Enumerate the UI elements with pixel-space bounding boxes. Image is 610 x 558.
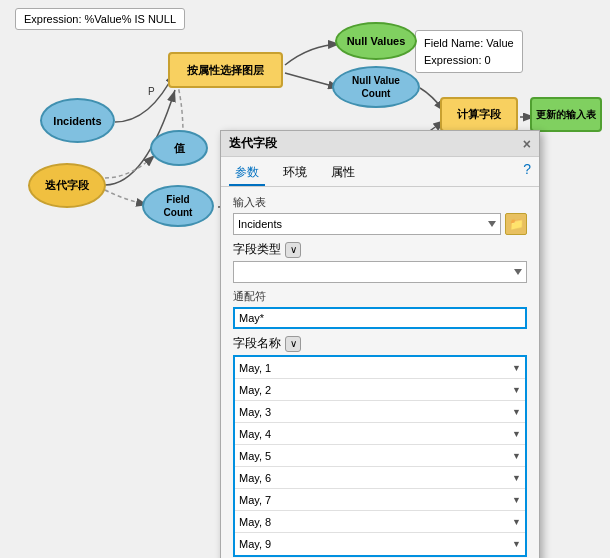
svg-text:P: P <box>148 86 155 97</box>
list-item[interactable]: May, 4 ▼ <box>235 423 525 445</box>
list-arrow-4: ▼ <box>512 451 521 461</box>
input-table-row: Incidents 📁 <box>233 213 527 235</box>
field-name-label-row: 字段名称 ∨ <box>233 335 527 352</box>
dialog-close-button[interactable]: × <box>523 136 531 152</box>
input-table-label: 输入表 <box>233 195 527 210</box>
field-tooltip-line1: Field Name: Value <box>424 35 514 52</box>
node-update-table[interactable]: 更新的输入表 <box>530 97 602 132</box>
node-field-count[interactable]: Field Count <box>142 185 214 227</box>
field-type-expand[interactable]: ∨ <box>285 242 301 258</box>
dialog-overlay: 迭代字段 × 参数 环境 属性 ? 输入表 Incidents 📁 字段类型 ∨… <box>220 130 540 558</box>
input-table-select[interactable]: Incidents <box>233 213 501 235</box>
list-arrow-7: ▼ <box>512 517 521 527</box>
list-item[interactable]: May, 1 ▼ <box>235 357 525 379</box>
node-null-value-count[interactable]: Null Value Count <box>332 66 420 108</box>
list-arrow-8: ▼ <box>512 539 521 549</box>
node-select-layer[interactable]: 按属性选择图层 <box>168 52 283 88</box>
node-value[interactable]: 值 <box>150 130 208 166</box>
dialog-body: 输入表 Incidents 📁 字段类型 ∨ 通配符 字段名称 ∨ <box>221 187 539 558</box>
node-null-values[interactable]: Null Values <box>335 22 417 60</box>
field-type-label-row: 字段类型 ∨ <box>233 241 527 258</box>
field-type-label: 字段类型 <box>233 241 281 258</box>
field-tooltip: Field Name: Value Expression: 0 <box>415 30 523 73</box>
list-item[interactable]: May, 7 ▼ <box>235 489 525 511</box>
tab-env[interactable]: 环境 <box>277 161 313 186</box>
field-list: May, 1 ▼ May, 2 ▼ May, 3 ▼ May, 4 ▼ May,… <box>233 355 527 557</box>
expression-text: Expression: %Value% IS NULL <box>24 13 176 25</box>
list-arrow-5: ▼ <box>512 473 521 483</box>
dialog-tabs: 参数 环境 属性 ? <box>221 157 539 187</box>
field-name-expand[interactable]: ∨ <box>285 336 301 352</box>
list-arrow-2: ▼ <box>512 407 521 417</box>
dialog-title-bar: 迭代字段 × <box>221 131 539 157</box>
list-item[interactable]: May, 9 ▼ <box>235 533 525 555</box>
list-item[interactable]: May, 6 ▼ <box>235 467 525 489</box>
list-arrow-6: ▼ <box>512 495 521 505</box>
expression-tooltip: Expression: %Value% IS NULL <box>15 8 185 30</box>
wildcard-input[interactable] <box>233 307 527 329</box>
node-calc-field[interactable]: 计算字段 <box>440 97 518 132</box>
node-incidents[interactable]: Incidents <box>40 98 115 143</box>
help-icon[interactable]: ? <box>523 161 531 186</box>
tab-params[interactable]: 参数 <box>229 161 265 186</box>
wildcard-row <box>233 307 527 329</box>
list-item[interactable]: May, 5 ▼ <box>235 445 525 467</box>
tab-props[interactable]: 属性 <box>325 161 361 186</box>
field-name-label: 字段名称 <box>233 335 281 352</box>
list-arrow-1: ▼ <box>512 385 521 395</box>
wildcard-label: 通配符 <box>233 289 527 304</box>
field-tooltip-line2: Expression: 0 <box>424 52 514 69</box>
list-item[interactable]: May, 2 ▼ <box>235 379 525 401</box>
node-iterate-field[interactable]: 迭代字段 <box>28 163 106 208</box>
dialog-title: 迭代字段 <box>229 135 277 152</box>
field-type-row <box>233 261 527 283</box>
list-item[interactable]: May, 8 ▼ <box>235 511 525 533</box>
list-arrow-3: ▼ <box>512 429 521 439</box>
field-type-select[interactable] <box>233 261 527 283</box>
folder-button[interactable]: 📁 <box>505 213 527 235</box>
list-arrow-0: ▼ <box>512 363 521 373</box>
list-item[interactable]: May, 3 ▼ <box>235 401 525 423</box>
